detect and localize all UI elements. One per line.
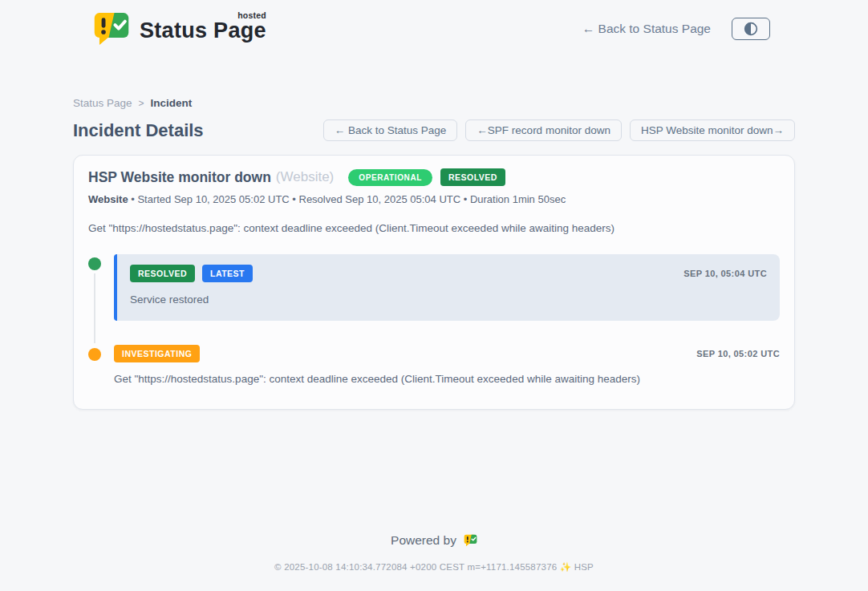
timeline-badges: INVESTIGATING <box>114 345 200 362</box>
breadcrumb-current: Incident <box>151 97 193 109</box>
status-page-logo-icon <box>93 12 130 46</box>
timeline-dot-green <box>88 257 101 270</box>
timeline-timestamp: SEP 10, 05:02 UTC <box>696 349 780 358</box>
powered-by-link[interactable]: Powered by <box>391 533 477 548</box>
incident-component: (Website) <box>276 169 334 185</box>
status-page-mini-logo-icon <box>464 534 477 547</box>
breadcrumb-separator: > <box>139 98 144 109</box>
incident-description: Get "https://hostedstatus.page": context… <box>88 222 780 234</box>
brand-logo[interactable]: hosted Status Page <box>93 12 266 46</box>
powered-by-label: Powered by <box>391 533 456 548</box>
main-content: Status Page>Incident Incident Details ← … <box>0 97 868 410</box>
incident-title: HSP Website monitor down <box>88 169 271 186</box>
timeline-dot-orange <box>88 348 101 361</box>
next-incident-button[interactable]: HSP Website monitor down→ <box>630 119 795 141</box>
timeline-timestamp: SEP 10, 05:04 UTC <box>683 269 767 278</box>
copyright-text: © 2025-10-08 14:10:34.772084 +0200 CEST … <box>0 561 868 573</box>
latest-badge: LATEST <box>202 265 253 282</box>
incident-title-row: HSP Website monitor down (Website) OPERA… <box>88 168 780 186</box>
brand-superscript: hosted <box>237 10 266 20</box>
incident-card: HSP Website monitor down (Website) OPERA… <box>73 155 795 410</box>
incident-meta: Website • Started Sep 10, 2025 05:02 UTC… <box>88 193 780 205</box>
header: hosted Status Page ← Back to Status Page <box>0 0 868 52</box>
timeline-badges: RESOLVED LATEST <box>130 265 253 282</box>
brand-wordmark: hosted Status Page <box>140 18 266 43</box>
timeline-item-header: INVESTIGATING SEP 10, 05:02 UTC <box>114 345 780 362</box>
timeline-item-investigating: INVESTIGATING SEP 10, 05:02 UTC Get "htt… <box>88 345 780 385</box>
timeline-message: Service restored <box>130 293 767 306</box>
page-title: Incident Details <box>73 120 204 141</box>
back-to-status-page-link[interactable]: ← Back to Status Page <box>582 22 711 36</box>
theme-toggle-button[interactable] <box>732 18 770 40</box>
operational-status-badge: OPERATIONAL <box>348 169 432 186</box>
timeline-item-body: INVESTIGATING SEP 10, 05:02 UTC Get "htt… <box>114 345 780 385</box>
title-row: Incident Details ← Back to Status Page ←… <box>73 119 795 141</box>
incident-nav-buttons: ← Back to Status Page ←SPF record monito… <box>323 119 795 141</box>
investigating-badge: INVESTIGATING <box>114 345 200 362</box>
header-right: ← Back to Status Page <box>582 18 770 40</box>
breadcrumb: Status Page>Incident <box>73 97 795 109</box>
previous-incident-button[interactable]: ←SPF record monitor down <box>465 119 622 141</box>
resolved-badge: RESOLVED <box>130 265 195 282</box>
timeline-message: Get "https://hostedstatus.page": context… <box>114 373 780 385</box>
back-to-status-page-button[interactable]: ← Back to Status Page <box>323 119 458 141</box>
resolved-status-badge: RESOLVED <box>440 168 505 186</box>
incident-meta-component: Website <box>88 193 128 205</box>
timeline-item-header: RESOLVED LATEST SEP 10, 05:04 UTC <box>130 265 767 282</box>
timeline-highlight-box: RESOLVED LATEST SEP 10, 05:04 UTC Servic… <box>114 254 780 321</box>
contrast-half-circle-icon <box>742 20 760 38</box>
incident-meta-details: • Started Sep 10, 2025 05:02 UTC • Resol… <box>128 193 566 205</box>
brand-name: Status Page <box>140 18 266 43</box>
incident-timeline: RESOLVED LATEST SEP 10, 05:04 UTC Servic… <box>88 254 780 385</box>
footer: Powered by © 2025-10-08 14:10:34.772084 … <box>0 533 868 591</box>
breadcrumb-root[interactable]: Status Page <box>73 97 132 109</box>
timeline-item-resolved: RESOLVED LATEST SEP 10, 05:04 UTC Servic… <box>88 254 780 321</box>
